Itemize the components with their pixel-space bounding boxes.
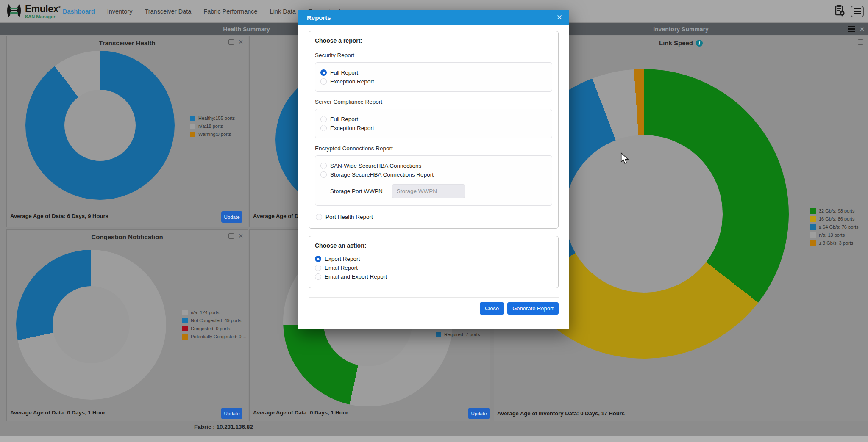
- legend-row: n/a:18 ports: [190, 123, 235, 129]
- legend-label: ≤ 8 Gb/s: 3 ports: [819, 240, 853, 246]
- legend-swatch: [182, 310, 188, 315]
- link-speed-legend: 32 Gb/s: 98 ports16 Gb/s: 86 ports≥ 64 G…: [810, 208, 858, 246]
- modal-close-icon[interactable]: ✕: [556, 14, 562, 21]
- radio-label: Port Health Report: [326, 214, 373, 220]
- nav-item-inventory[interactable]: Inventory: [107, 8, 133, 15]
- age-of-data-label: Average Age of Data: 6 Days, 9 Hours: [10, 213, 108, 219]
- legend-swatch: [182, 334, 188, 340]
- update-button[interactable]: Update: [221, 211, 242, 223]
- radio-label: Exception Report: [330, 125, 374, 131]
- radio-icon[interactable]: [316, 214, 322, 220]
- transceiver-health-legend: Healthy:155 portsn/a:18 portsWarning:0 p…: [190, 115, 235, 137]
- radio-icon[interactable]: [320, 163, 327, 169]
- inventory-summary-title: Inventory Summary: [653, 26, 709, 33]
- radio-icon[interactable]: [320, 171, 327, 178]
- storage-port-wwpn-label: Storage Port WWPN: [330, 188, 383, 194]
- legend-swatch: [182, 318, 188, 323]
- nav-item-dashboard[interactable]: Dashboard: [63, 8, 95, 15]
- radio-icon[interactable]: [315, 273, 321, 280]
- maximize-icon[interactable]: [858, 39, 863, 45]
- radio-option-full-report[interactable]: Full Report: [320, 68, 547, 77]
- radio-option-email-and-export-report[interactable]: Email and Export Report: [315, 272, 552, 281]
- reports-modal: Reports ✕ Choose a report: Security Repo…: [298, 10, 569, 329]
- radio-option-export-report[interactable]: Export Report: [315, 254, 552, 263]
- legend-row: n/a: 13 ports: [810, 232, 858, 238]
- choose-report-heading: Choose a report:: [315, 37, 552, 44]
- maximize-icon[interactable]: [228, 39, 234, 45]
- legend-swatch: [190, 116, 195, 121]
- legend-label: 16 Gb/s: 86 ports: [819, 216, 854, 221]
- age-of-data-label: Average Age of Data: 0 Days, 1 Hour: [10, 409, 105, 416]
- radio-option-san-wide-securehba-connections[interactable]: SAN-Wide SecureHBA Connections: [320, 161, 547, 170]
- legend-row: 32 Gb/s: 98 ports: [810, 208, 858, 214]
- close-icon[interactable]: ✕: [238, 39, 243, 45]
- legend-row: Required: 7 ports: [436, 332, 480, 337]
- radio-label: Email and Export Report: [325, 273, 387, 280]
- legend-row: 16 Gb/s: 86 ports: [810, 216, 858, 222]
- legend-row: n/a: 124 ports: [182, 309, 246, 315]
- nav-item-transceiver-data[interactable]: Transceiver Data: [145, 8, 191, 15]
- info-icon[interactable]: i: [696, 40, 703, 47]
- radio-label: Email Report: [325, 265, 358, 271]
- radio-option-email-report[interactable]: Email Report: [315, 263, 552, 272]
- server-compliance-options: Full ReportException Report: [315, 109, 552, 138]
- legend-row: Warning:0 ports: [190, 131, 235, 137]
- transceiver-health-donut: [25, 51, 175, 200]
- legend-row: Healthy:155 ports: [190, 115, 235, 121]
- legend-label: Congested: 0 ports: [191, 326, 230, 331]
- server-compliance-report-label: Server Compliance Report: [315, 99, 552, 105]
- radio-option-full-report[interactable]: Full Report: [320, 115, 547, 124]
- legend-row: ≤ 8 Gb/s: 3 ports: [810, 240, 858, 246]
- panel-title: Congestion Notification: [7, 233, 248, 240]
- legend-label: Not Congested: 49 ports: [191, 318, 241, 323]
- legend-swatch: [810, 232, 816, 238]
- legend-label: 32 Gb/s: 98 ports: [819, 208, 854, 213]
- panel-title: Link Speed: [659, 39, 693, 47]
- legend-row: Potentially Congested: 0 ...: [182, 334, 246, 340]
- congestion-legend: n/a: 124 portsNot Congested: 49 portsCon…: [182, 309, 246, 340]
- close-button[interactable]: Close: [480, 302, 504, 315]
- legend-swatch: [190, 124, 195, 129]
- update-button[interactable]: Update: [468, 408, 490, 419]
- choose-action-heading: Choose an action:: [315, 242, 552, 249]
- nav-item-link-data[interactable]: Link Data: [270, 8, 296, 15]
- radio-icon[interactable]: [315, 265, 321, 271]
- update-button[interactable]: Update: [221, 408, 242, 419]
- choose-report-section: Choose a report: Security Report Full Re…: [309, 31, 559, 229]
- generate-report-button[interactable]: Generate Report: [507, 302, 559, 315]
- encrypted-connections-options: SAN-Wide SecureHBA ConnectionsStorage Se…: [315, 155, 552, 206]
- legend-swatch: [810, 208, 816, 214]
- mouse-cursor: [620, 152, 630, 166]
- report-icon[interactable]: [834, 4, 846, 18]
- inventory-close-icon[interactable]: ✕: [860, 26, 865, 33]
- radio-icon[interactable]: [320, 78, 327, 85]
- radio-option-exception-report[interactable]: Exception Report: [320, 124, 547, 133]
- legend-label: n/a: 13 ports: [819, 232, 845, 238]
- storage-wwpn-input[interactable]: [392, 184, 465, 198]
- radio-label: Storage SecureHBA Connections Report: [330, 171, 434, 178]
- app-screen: Emulex® SAN Manager DashboardInventoryTr…: [0, 0, 868, 442]
- radio-selected-icon[interactable]: [320, 69, 327, 76]
- menu-icon[interactable]: [851, 6, 864, 17]
- brand-name: Emulex®: [25, 4, 61, 14]
- nav-item-fabric-performance[interactable]: Fabric Performance: [203, 8, 257, 15]
- legend-row: ≥ 64 Gb/s: 76 ports: [810, 224, 858, 230]
- radio-icon[interactable]: [320, 116, 327, 122]
- security-report-label: Security Report: [315, 52, 552, 58]
- radio-icon[interactable]: [320, 125, 327, 131]
- radio-option-storage-securehba-connections-report[interactable]: Storage SecureHBA Connections Report: [320, 170, 547, 179]
- legend-label: Warning:0 ports: [198, 132, 231, 137]
- radio-option-exception-report[interactable]: Exception Report: [320, 77, 547, 86]
- radio-label: Full Report: [330, 116, 358, 122]
- inventory-menu-icon[interactable]: [848, 26, 855, 32]
- close-icon[interactable]: ✕: [238, 233, 243, 239]
- legend-row: Not Congested: 49 ports: [182, 318, 246, 323]
- legend-label: Healthy:155 ports: [198, 116, 235, 121]
- registered-mark: ®: [58, 6, 61, 9]
- radio-option-port-health-report[interactable]: Port Health Report: [316, 213, 552, 221]
- radio-selected-icon[interactable]: [315, 256, 321, 262]
- age-of-inventory-data-label: Average Age of Inventory Data: 0 Days, 1…: [497, 410, 625, 417]
- maximize-icon[interactable]: [228, 233, 234, 239]
- emulex-logo: Emulex® SAN Manager: [6, 3, 61, 20]
- legend-swatch: [810, 216, 816, 222]
